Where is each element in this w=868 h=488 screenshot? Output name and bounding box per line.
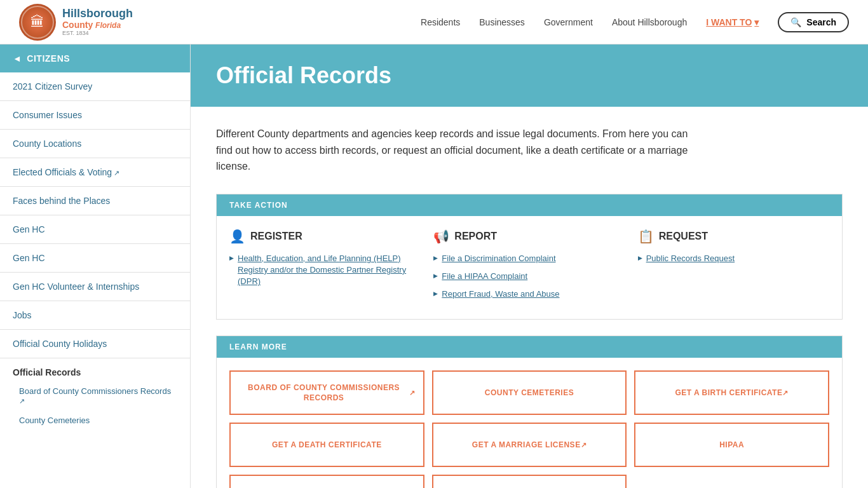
- sidebar-menu-item[interactable]: Elected Officials & Voting: [0, 158, 190, 186]
- action-columns: 👤REGISTERHealth, Education, and Life Pla…: [229, 229, 829, 307]
- sidebar-sub-item[interactable]: Board of County Commissioners Records: [0, 381, 190, 410]
- sidebar-menu-item[interactable]: Consumer Issues: [0, 101, 190, 129]
- logo-text: Hillsborough County Florida EST. 1834: [62, 8, 133, 37]
- learn-more-button[interactable]: HIPAA: [634, 423, 829, 467]
- take-action-header: TAKE ACTION: [217, 194, 842, 216]
- sidebar-menu-item[interactable]: Official County Holidays: [0, 330, 190, 358]
- learn-more-button[interactable]: GET A BIRTH CERTIFICATE: [634, 370, 829, 415]
- action-col-title: 📋REQUEST: [638, 229, 829, 244]
- content-header: Official Records: [191, 44, 868, 107]
- action-link[interactable]: File a HIPAA Complaint: [442, 271, 527, 282]
- main-nav: Residents Businesses Government About Hi…: [421, 12, 849, 32]
- action-col-title: 📢REPORT: [433, 229, 625, 244]
- sidebar-menu-item[interactable]: 2021 Citizen Survey: [0, 72, 190, 100]
- learn-more-section: LEARN MORE BOARD OF COUNTY COMMISSIONERS…: [216, 336, 843, 488]
- logo-county: County Florida: [62, 20, 133, 30]
- nav-residents[interactable]: Residents: [421, 17, 460, 27]
- sidebar-citizens-header[interactable]: ◄ CITIZENS: [0, 44, 190, 72]
- action-col-title-text: REPORT: [454, 231, 497, 242]
- learn-more-header: LEARN MORE: [217, 336, 842, 358]
- action-link[interactable]: Public Records Request: [646, 253, 735, 264]
- main-layout: ◄ CITIZENS 2021 Citizen SurveyConsumer I…: [0, 44, 868, 488]
- action-column: 📢REPORTFile a Discrimination ComplaintFi…: [433, 229, 625, 307]
- sidebar-menu-item[interactable]: Gen HC Volunteer & Internships: [0, 273, 190, 301]
- sidebar-menu-item[interactable]: County Locations: [0, 130, 190, 158]
- learn-more-button[interactable]: SEARCH OFFICIAL RECORDS: [432, 475, 627, 488]
- learn-more-button[interactable]: SEARCH COURT RECORDS: [229, 475, 424, 488]
- sidebar-section-header: Official Records: [0, 358, 190, 381]
- sidebar-menu-item[interactable]: Gen HC: [0, 244, 190, 272]
- learn-more-button[interactable]: COUNTY CEMETERIES: [432, 370, 627, 415]
- action-col-icon: 📢: [433, 229, 449, 244]
- action-col-links: File a Discrimination ComplaintFile a HI…: [433, 253, 625, 301]
- action-link[interactable]: Report Fraud, Waste and Abuse: [442, 288, 559, 300]
- logo-title: Hillsborough: [62, 8, 133, 20]
- learn-more-button[interactable]: GET A DEATH CERTIFICATE: [229, 423, 424, 467]
- nav-businesses[interactable]: Businesses: [479, 17, 525, 27]
- building-icon: 🏛: [31, 14, 44, 30]
- sidebar-menu-item[interactable]: Jobs: [0, 301, 190, 329]
- back-arrow-icon: ◄: [13, 53, 22, 64]
- page-title: Official Records: [216, 62, 843, 89]
- sidebar: ◄ CITIZENS 2021 Citizen SurveyConsumer I…: [0, 44, 191, 488]
- learn-more-grid: BOARD OF COUNTY COMMISSIONERS RECORDSCOU…: [217, 358, 842, 488]
- search-button[interactable]: 🔍 Search: [778, 12, 849, 32]
- nav-government[interactable]: Government: [544, 17, 593, 27]
- sidebar-sub-item[interactable]: County Cemeteries: [0, 410, 190, 430]
- take-action-section: TAKE ACTION 👤REGISTERHealth, Education, …: [216, 194, 843, 320]
- take-action-content: 👤REGISTERHealth, Education, and Life Pla…: [217, 216, 842, 320]
- action-col-title-text: REGISTER: [250, 231, 302, 242]
- sidebar-menu-item[interactable]: Faces behind the Places: [0, 187, 190, 215]
- logo-est: EST. 1834: [62, 30, 133, 36]
- nav-about[interactable]: About Hillsborough: [612, 17, 687, 27]
- action-col-links: Public Records Request: [638, 253, 829, 264]
- site-header: 🏛 Hillsborough County Florida EST. 1834 …: [0, 0, 868, 44]
- action-col-icon: 👤: [229, 229, 245, 244]
- sidebar-citizens-label: CITIZENS: [27, 53, 70, 64]
- sidebar-menu-item[interactable]: Gen HC: [0, 215, 190, 243]
- action-col-icon: 📋: [638, 229, 654, 244]
- action-col-links: Health, Education, and Life Planning (HE…: [229, 253, 421, 288]
- logo-icon: 🏛: [19, 4, 56, 41]
- learn-more-button[interactable]: BOARD OF COUNTY COMMISSIONERS RECORDS: [229, 370, 424, 415]
- action-link[interactable]: Health, Education, and Life Planning (HE…: [238, 253, 421, 288]
- action-column: 📋REQUESTPublic Records Request: [638, 229, 829, 307]
- sidebar-menu: 2021 Citizen SurveyConsumer IssuesCounty…: [0, 72, 190, 358]
- action-col-title: 👤REGISTER: [229, 229, 421, 244]
- nav-iwantto[interactable]: I WANT TO: [706, 17, 759, 27]
- action-column: 👤REGISTERHealth, Education, and Life Pla…: [229, 229, 421, 307]
- main-content: Official Records Different County depart…: [191, 44, 868, 488]
- action-col-title-text: REQUEST: [659, 231, 708, 242]
- content-body: Different County departments and agencie…: [191, 107, 868, 488]
- action-link[interactable]: File a Discrimination Complaint: [442, 253, 555, 264]
- logo-area[interactable]: 🏛 Hillsborough County Florida EST. 1834: [19, 4, 133, 41]
- learn-more-button[interactable]: GET A MARRIAGE LICENSE: [432, 423, 627, 467]
- page-description: Different County departments and agencie…: [216, 126, 693, 175]
- search-icon: 🔍: [790, 17, 801, 27]
- sidebar-subsection: Board of County Commissioners RecordsCou…: [0, 381, 190, 430]
- search-label: Search: [806, 17, 836, 27]
